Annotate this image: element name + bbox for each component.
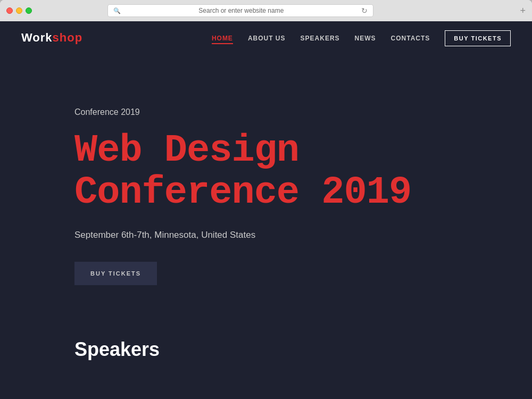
speakers-section-title: Speakers	[74, 338, 458, 361]
site-logo[interactable]: Workshop	[21, 31, 82, 45]
website-content: Workshop HOME ABOUT US SPEAKERS NEWS CON…	[0, 21, 532, 399]
hero-title-line1: Web Design	[74, 129, 299, 172]
conference-label: Conference 2019	[74, 107, 458, 117]
nav-links: HOME ABOUT US SPEAKERS NEWS CONTACTS BUY…	[212, 33, 511, 43]
new-tab-button[interactable]: +	[520, 5, 526, 16]
hero-title: Web Design Conference 2019	[74, 130, 458, 214]
address-bar[interactable]: 🔍 Search or enter website name ↻	[107, 4, 373, 17]
traffic-lights	[6, 7, 32, 14]
hero-section: Conference 2019 Web Design Conference 20…	[0, 54, 532, 317]
address-bar-text: Search or enter website name	[123, 7, 359, 14]
refresh-icon[interactable]: ↻	[361, 6, 368, 15]
browser-window: 🔍 Search or enter website name ↻ +	[0, 0, 532, 21]
hero-title-line2: Conference 2019	[74, 171, 411, 214]
logo-text-highlight: shop	[53, 31, 83, 44]
nav-link-about[interactable]: ABOUT US	[248, 35, 286, 42]
hero-buy-tickets-button[interactable]: BUY TICKETS	[74, 262, 157, 285]
close-button[interactable]	[6, 7, 13, 14]
nav-buy-tickets-button[interactable]: BUY TICKETS	[445, 30, 511, 46]
navbar: Workshop HOME ABOUT US SPEAKERS NEWS CON…	[0, 21, 532, 54]
hero-subtitle: September 6th-7th, Minnesota, United Sta…	[74, 230, 458, 240]
maximize-button[interactable]	[26, 7, 32, 14]
minimize-button[interactable]	[16, 7, 22, 14]
nav-link-news[interactable]: NEWS	[355, 35, 376, 42]
logo-text-plain: Work	[21, 31, 53, 44]
nav-link-speakers[interactable]: SPEAKERS	[301, 35, 340, 42]
browser-titlebar: 🔍 Search or enter website name ↻ +	[0, 0, 532, 21]
nav-link-contacts[interactable]: CONTACTS	[391, 35, 430, 42]
speakers-section: Speakers	[0, 317, 532, 371]
nav-link-home[interactable]: HOME	[212, 35, 233, 44]
search-icon: 🔍	[113, 7, 121, 14]
